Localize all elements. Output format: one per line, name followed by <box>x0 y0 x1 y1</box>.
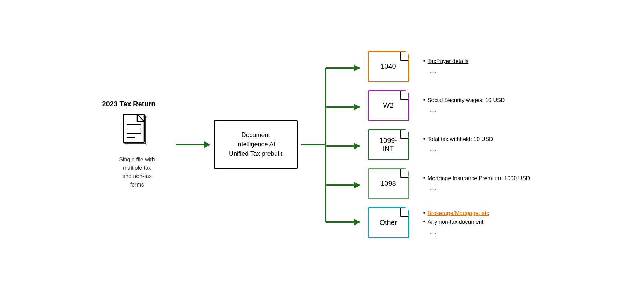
left-section: 2023 Tax Return Single file withmultiple… <box>102 100 172 189</box>
doc-label: Single file withmultiple taxand non-taxf… <box>119 155 155 189</box>
form-label-1040: 1040 <box>380 62 396 70</box>
dots-1098: .... <box>423 183 542 193</box>
forms-section: 1040 W2 1099-INT 1098 Other <box>368 51 409 238</box>
form-card-1099: 1099-INT <box>368 129 409 160</box>
form-row-other: Other <box>368 207 409 238</box>
form-label-other: Other <box>379 219 397 227</box>
svg-marker-14 <box>354 104 361 111</box>
info-block-1098: Mortgage Insurance Premium: 1000 USD ...… <box>423 168 542 199</box>
diagram-container: 2023 Tax Return Single file withmultiple… <box>0 0 644 289</box>
mortgage-label: Mortgage Insurance Premium: 1000 USD <box>428 174 530 183</box>
branch-section <box>301 52 364 237</box>
dots-w2: .... <box>423 105 542 115</box>
info-section: TaxPayer details .... Social Security wa… <box>423 51 542 238</box>
form-row-w2: W2 <box>368 90 409 121</box>
form-label-w2: W2 <box>383 101 394 109</box>
doc-title: 2023 Tax Return <box>102 100 156 108</box>
form-card-1040: 1040 <box>368 51 409 82</box>
form-label-1098: 1098 <box>380 180 396 188</box>
center-line2: Unified Tax prebuilt <box>229 150 282 157</box>
branch-arrows-svg <box>301 52 364 237</box>
center-box: Document Intelligence AI Unified Tax pre… <box>214 120 298 169</box>
form-row-1098: 1098 <box>368 168 409 199</box>
form-label-1099: 1099-INT <box>379 137 397 153</box>
non-tax-label: Any non-tax document <box>428 218 483 227</box>
svg-marker-12 <box>354 64 361 71</box>
document-icon <box>123 114 151 149</box>
dots-1040: .... <box>423 66 542 76</box>
arrow-line <box>176 144 204 145</box>
arrow-to-center <box>176 141 210 148</box>
svg-marker-20 <box>354 219 361 226</box>
dots-1099: .... <box>423 144 542 154</box>
brokerage-label: Brokerage/Mortgage, etc <box>428 209 489 218</box>
form-row-1040: 1040 <box>368 51 409 82</box>
form-card-1098: 1098 <box>368 168 409 199</box>
info-block-1040: TaxPayer details .... <box>423 51 542 82</box>
center-line1: Document Intelligence AI <box>236 131 275 148</box>
dots-other: .... <box>423 227 542 237</box>
arrow-head <box>204 141 210 148</box>
info-block-1099: Total tax withheld: 10 USD .... <box>423 129 542 160</box>
form-card-w2: W2 <box>368 90 409 121</box>
social-security-label: Social Security wages: 10 USD <box>428 96 505 105</box>
form-row-1099: 1099-INT <box>368 129 409 160</box>
svg-marker-16 <box>354 143 361 150</box>
taxpayer-details-link: TaxPayer details <box>428 57 468 66</box>
svg-marker-18 <box>354 182 361 189</box>
info-block-other: Brokerage/Mortgage, etc Any non-tax docu… <box>423 207 542 238</box>
total-tax-label: Total tax withheld: 10 USD <box>428 135 493 144</box>
info-block-w2: Social Security wages: 10 USD .... <box>423 90 542 121</box>
form-card-other: Other <box>368 207 409 238</box>
